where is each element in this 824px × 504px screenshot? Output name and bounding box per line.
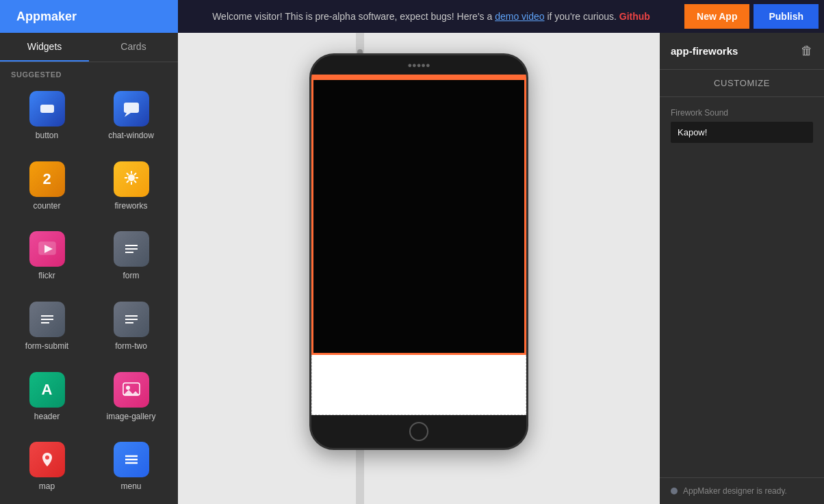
widget-label-counter: counter [33,201,60,211]
right-panel: app-fireworks 🗑 CUSTOMIZE Firework Sound… [660,33,824,504]
phone-light-content[interactable] [311,355,526,415]
suggested-label: SUGGESTED [0,62,178,84]
publish-button[interactable]: Publish [754,4,819,29]
app-title-row: app-fireworks 🗑 [660,33,824,70]
phone-home-button[interactable] [409,422,428,441]
svg-line-10 [134,173,136,175]
phone-mockup: ●●●●● [309,53,528,450]
svg-line-8 [127,173,129,175]
prop-section-firework-sound: Firework Sound [660,97,824,154]
widget-label-button-1: button [36,131,58,140]
widget-item-image-gallery[interactable]: image-gallery [90,365,172,434]
phone-header-strip [311,75,526,80]
widget-item-menu[interactable]: menu [90,435,172,504]
svg-point-24 [126,386,130,390]
prop-firework-sound-label: Firework Sound [671,108,813,118]
phone-status-bar: ●●●●● [311,55,526,75]
widget-label-flickr: flickr [38,271,55,280]
widget-item-form[interactable]: form [90,224,172,293]
widget-item-button-1[interactable]: button [5,84,88,153]
widget-item-header[interactable]: A header [5,365,88,434]
app-name-label: app-fireworks [671,45,738,57]
widget-item-counter[interactable]: 2 counter [5,155,88,224]
widget-icon-form-submit [29,302,65,337]
status-bar: AppMaker designer is ready. [660,477,824,504]
svg-marker-25 [123,390,140,395]
svg-point-3 [128,174,135,181]
phone-dark-content [311,80,526,355]
phone-bottom-bar [311,415,526,448]
widget-item-flickr[interactable]: flickr [5,224,88,293]
new-app-button[interactable]: New App [684,4,749,29]
phone-status-text: ●●●●● [407,61,430,69]
widget-label-form-submit: form-submit [25,341,68,351]
widget-icon-chat-window [114,91,149,127]
widget-icon-map [29,442,65,477]
widget-icon-flickr [29,231,65,267]
widget-item-form-two[interactable]: form-two [90,295,172,364]
svg-rect-0 [40,105,54,113]
github-link[interactable]: Github [619,11,650,22]
topbar: Appmaker Welcome visitor! This is pre-al… [0,0,824,33]
widget-label-form-two: form-two [115,341,147,351]
svg-line-11 [127,181,129,183]
customize-tab[interactable]: CUSTOMIZE [660,70,824,97]
tab-widgets[interactable]: Widgets [0,33,89,62]
widget-item-map[interactable]: map [5,435,88,504]
widget-icon-image-gallery [114,372,149,408]
widget-item-fireworks[interactable]: fireworks [90,155,172,224]
widget-label-header: header [34,412,60,421]
sidebar: Widgets Cards SUGGESTED button chat-wind… [0,33,178,504]
widget-label-map: map [39,481,55,491]
tab-cards[interactable]: Cards [89,33,178,62]
widget-label-form: form [123,271,140,280]
widget-label-image-gallery: image-gallery [106,412,155,421]
widget-label-menu: menu [120,481,141,491]
main-layout: Widgets Cards SUGGESTED button chat-wind… [0,33,824,504]
widget-icon-form-two [114,302,149,337]
widget-label-chat-window: chat-window [108,131,154,140]
widget-label-fireworks: fireworks [114,201,147,211]
svg-line-9 [134,181,136,183]
sidebar-tabs: Widgets Cards [0,33,178,62]
brand-logo: Appmaker [0,0,178,33]
svg-marker-2 [125,113,131,117]
delete-icon[interactable]: 🗑 [801,44,813,58]
widgets-grid: button chat-window 2 counter fireworks f… [0,84,178,504]
canvas-area[interactable]: ●●●●● [178,33,660,504]
brand-label: Appmaker [16,10,77,24]
announcement-text: Welcome visitor! This is pre-alpha softw… [212,11,492,22]
widget-icon-counter: 2 [29,161,65,197]
action-buttons: New App Publish [684,4,819,29]
svg-rect-1 [124,103,139,113]
svg-point-26 [45,455,49,460]
announcement-bar: Welcome visitor! This is pre-alpha softw… [178,11,684,22]
widget-item-chat-window[interactable]: chat-window [90,84,172,153]
widget-icon-form [114,231,149,267]
demo-video-link[interactable]: demo video [495,11,544,22]
widget-item-form-submit[interactable]: form-submit [5,295,88,364]
widget-icon-fireworks [114,161,149,197]
status-dot [671,488,678,494]
prop-firework-sound-input[interactable] [671,122,813,143]
status-text: AppMaker designer is ready. [683,486,787,496]
widget-icon-header: A [29,372,65,408]
widget-icon-menu [114,442,149,477]
widget-icon-button-1 [29,91,65,127]
announcement-mid: if you're curious. [547,11,617,22]
